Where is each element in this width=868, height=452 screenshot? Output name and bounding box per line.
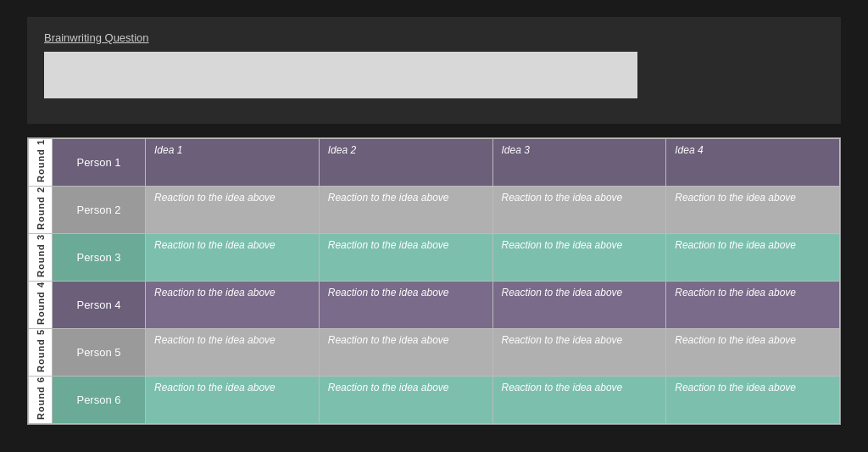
idea-cell-r3-c4[interactable]: Reaction to the idea above — [666, 234, 840, 282]
brainwriting-table: Round 1Person 1Idea 1Idea 2Idea 3Idea 4R… — [27, 137, 841, 425]
idea-cell-r6-c3[interactable]: Reaction to the idea above — [492, 377, 666, 424]
idea-cell-r4-c2[interactable]: Reaction to the idea above — [319, 282, 492, 329]
table-row: Round 4Person 4Reaction to the idea abov… — [29, 282, 840, 329]
table-row: Round 2Person 2Reaction to the idea abov… — [29, 187, 840, 234]
person-cell: Person 1 — [53, 139, 146, 187]
idea-cell-r3-c2[interactable]: Reaction to the idea above — [319, 234, 492, 282]
round-label-cell: Round 5 — [29, 329, 53, 377]
idea-cell-r4-c3[interactable]: Reaction to the idea above — [492, 282, 666, 329]
idea-cell-r2-c3[interactable]: Reaction to the idea above — [492, 187, 666, 234]
idea-cell-r4-c1[interactable]: Reaction to the idea above — [146, 282, 320, 329]
round-label: Round 6 — [36, 377, 46, 420]
person-cell: Person 3 — [53, 234, 146, 282]
round-label-cell: Round 3 — [29, 234, 53, 282]
person-cell: Person 5 — [53, 329, 146, 377]
idea-cell-r2-c4[interactable]: Reaction to the idea above — [666, 187, 840, 234]
round-label: Round 1 — [36, 139, 46, 182]
round-label-cell: Round 2 — [29, 187, 53, 234]
idea-cell-r3-c1[interactable]: Reaction to the idea above — [146, 234, 320, 282]
idea-cell-r1-c3[interactable]: Idea 3 — [492, 139, 666, 187]
table-row: Round 1Person 1Idea 1Idea 2Idea 3Idea 4 — [29, 139, 840, 187]
round-label-cell: Round 4 — [29, 282, 53, 329]
person-cell: Person 4 — [53, 282, 146, 329]
idea-cell-r6-c4[interactable]: Reaction to the idea above — [666, 377, 840, 424]
idea-cell-r5-c2[interactable]: Reaction to the idea above — [319, 329, 492, 377]
table-row: Round 3Person 3Reaction to the idea abov… — [29, 234, 840, 282]
idea-cell-r5-c4[interactable]: Reaction to the idea above — [666, 329, 840, 377]
person-cell: Person 2 — [53, 187, 146, 234]
table-row: Round 6Person 6Reaction to the idea abov… — [29, 377, 840, 424]
round-label: Round 4 — [36, 282, 46, 325]
round-label-cell: Round 6 — [29, 377, 53, 424]
brainwriting-question-link[interactable]: Brainwriting Question — [44, 31, 149, 44]
round-label: Round 2 — [36, 187, 46, 230]
round-label: Round 3 — [36, 234, 46, 277]
idea-cell-r1-c2[interactable]: Idea 2 — [319, 139, 492, 187]
person-cell: Person 6 — [53, 377, 146, 424]
idea-cell-r3-c3[interactable]: Reaction to the idea above — [492, 234, 666, 282]
round-label: Round 5 — [36, 329, 46, 372]
question-input-box[interactable] — [44, 52, 637, 98]
idea-cell-r5-c1[interactable]: Reaction to the idea above — [146, 329, 320, 377]
idea-cell-r4-c4[interactable]: Reaction to the idea above — [666, 282, 840, 329]
top-section: Brainwriting Question — [27, 17, 841, 124]
idea-cell-r1-c1[interactable]: Idea 1 — [146, 139, 320, 187]
idea-cell-r6-c2[interactable]: Reaction to the idea above — [319, 377, 492, 424]
round-label-cell: Round 1 — [29, 139, 53, 187]
idea-cell-r2-c2[interactable]: Reaction to the idea above — [319, 187, 492, 234]
table-row: Round 5Person 5Reaction to the idea abov… — [29, 329, 840, 377]
idea-cell-r6-c1[interactable]: Reaction to the idea above — [146, 377, 320, 424]
idea-cell-r1-c4[interactable]: Idea 4 — [666, 139, 840, 187]
idea-cell-r2-c1[interactable]: Reaction to the idea above — [146, 187, 320, 234]
idea-cell-r5-c3[interactable]: Reaction to the idea above — [492, 329, 666, 377]
